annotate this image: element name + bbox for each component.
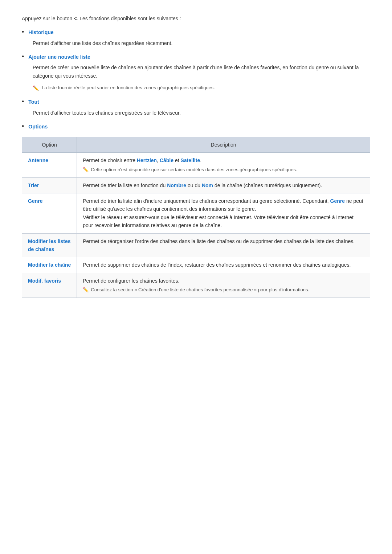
option-antenne: Antenne bbox=[22, 153, 77, 177]
table-row: Modifier les listesde chaînes Permet de … bbox=[22, 233, 370, 257]
section-historique: • Historique Permet d'afficher une liste… bbox=[22, 28, 370, 47]
highlight-genre: Genre bbox=[330, 198, 345, 204]
section-tout: • Tout Permet d'afficher toutes les chaî… bbox=[22, 98, 370, 117]
option-modifier-listes: Modifier les listesde chaînes bbox=[22, 233, 77, 257]
option-trier-desc: Permet de trier la liste en fonction du … bbox=[77, 177, 370, 193]
table-header-description: Description bbox=[77, 137, 370, 153]
option-modifier-listes-desc: Permet de réorganiser l'ordre des chaîne… bbox=[77, 233, 370, 257]
table-header-row: Option Description bbox=[22, 137, 370, 153]
antenne-note: ✏️ Cette option n'est disponible que sur… bbox=[83, 166, 364, 174]
intro-text: Appuyez sur le bouton <. Les fonctions d… bbox=[22, 15, 370, 22]
option-modifier-chaine: Modifier la chaîne bbox=[22, 257, 77, 273]
favoris-note-text: Consultez la section « Création d'une li… bbox=[91, 286, 309, 294]
option-trier: Trier bbox=[22, 177, 77, 193]
bullet-dot-2: • bbox=[22, 52, 24, 61]
table-row: Genre Permet de trier la liste afin d'in… bbox=[22, 193, 370, 234]
highlight-satellite: Satellite bbox=[180, 157, 200, 163]
section-tout-desc: Permet d'afficher toutes les chaînes enr… bbox=[33, 109, 370, 117]
option-modif-favoris-desc: Permet de configurer les chaînes favorit… bbox=[77, 273, 370, 297]
section-ajouter: • Ajouter une nouvelle liste Permet de c… bbox=[22, 53, 370, 92]
highlight-cable: Câble bbox=[160, 157, 173, 163]
table-row: Modifier la chaîne Permet de supprimer d… bbox=[22, 257, 370, 273]
note-icon: ✏️ bbox=[33, 84, 39, 92]
section-options: • Options bbox=[22, 123, 370, 131]
section-ajouter-desc: Permet de créer une nouvelle liste de ch… bbox=[33, 63, 370, 80]
section-ajouter-note: ✏️ La liste fournie réelle peut varier e… bbox=[33, 84, 370, 92]
option-genre: Genre bbox=[22, 193, 77, 234]
option-modif-favoris: Modif. favoris bbox=[22, 273, 77, 297]
highlight-nom: Nom bbox=[202, 182, 213, 188]
bullet-dot-3: • bbox=[22, 97, 24, 106]
option-genre-desc: Permet de trier la liste afin d'inclure … bbox=[77, 193, 370, 234]
favoris-note: ✏️ Consultez la section « Création d'une… bbox=[83, 286, 364, 294]
table-row: Trier Permet de trier la liste en foncti… bbox=[22, 177, 370, 193]
note-text: La liste fournie réelle peut varier en f… bbox=[42, 84, 215, 92]
section-ajouter-label: Ajouter une nouvelle liste bbox=[28, 53, 90, 61]
section-historique-label: Historique bbox=[28, 28, 53, 36]
table-header-option: Option bbox=[22, 137, 77, 153]
note-icon-favoris: ✏️ bbox=[83, 286, 89, 294]
table-row: Antenne Permet de choisir entre Hertzien… bbox=[22, 153, 370, 177]
bullet-dot-4: • bbox=[22, 122, 24, 131]
highlight-nombre: Nombre bbox=[167, 182, 186, 188]
option-antenne-desc: Permet de choisir entre Hertzien, Câble … bbox=[77, 153, 370, 177]
highlight-hertzien: Hertzien bbox=[137, 157, 157, 163]
options-table: Option Description Antenne Permet de cho… bbox=[22, 137, 370, 298]
section-historique-desc: Permet d'afficher une liste des chaînes … bbox=[33, 39, 370, 47]
note-icon-antenne: ✏️ bbox=[83, 166, 89, 174]
option-modifier-chaine-desc: Permet de supprimer des chaînes de l'ind… bbox=[77, 257, 370, 273]
table-row: Modif. favoris Permet de configurer les … bbox=[22, 273, 370, 297]
section-options-label: Options bbox=[28, 123, 48, 131]
section-tout-label: Tout bbox=[28, 98, 39, 106]
antenne-note-text: Cette option n'est disponible que sur ce… bbox=[91, 166, 297, 174]
bullet-dot: • bbox=[22, 28, 24, 37]
